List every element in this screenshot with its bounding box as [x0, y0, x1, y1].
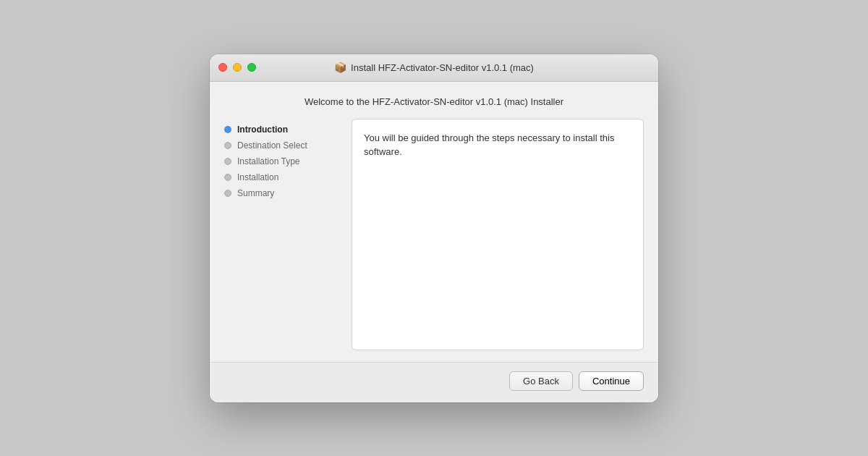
window-title-text: Install HFZ-Activator-SN-editor v1.0.1 (…: [351, 62, 534, 73]
window-content: Welcome to the HFZ-Activator-SN-editor v…: [210, 82, 658, 362]
sidebar-label-destination: Destination Select: [237, 140, 307, 151]
sidebar-label-summary: Summary: [237, 188, 274, 198]
window-title: 📦 Install HFZ-Activator-SN-editor v1.0.1…: [334, 62, 534, 73]
sidebar-item-introduction[interactable]: Introduction: [224, 122, 340, 138]
minimize-button[interactable]: [233, 63, 242, 72]
go-back-button[interactable]: Go Back: [509, 371, 573, 391]
welcome-header: Welcome to the HFZ-Activator-SN-editor v…: [210, 82, 658, 119]
content-text: You will be guided through the steps nec…: [364, 132, 614, 158]
traffic-lights: [218, 63, 256, 72]
sidebar-item-summary[interactable]: Summary: [224, 185, 340, 201]
sidebar-item-installation[interactable]: Installation: [224, 169, 340, 185]
sidebar-item-destination[interactable]: Destination Select: [224, 138, 340, 153]
sidebar: Introduction Destination Select Installa…: [224, 119, 340, 350]
continue-button[interactable]: Continue: [579, 371, 644, 391]
installer-window: 📦 Install HFZ-Activator-SN-editor v1.0.1…: [210, 54, 658, 402]
maximize-button[interactable]: [247, 63, 256, 72]
sidebar-dot-introduction: [224, 126, 231, 133]
sidebar-label-installation: Installation: [237, 172, 278, 182]
sidebar-item-installation-type[interactable]: Installation Type: [224, 153, 340, 169]
main-area: Introduction Destination Select Installa…: [210, 119, 658, 362]
sidebar-dot-destination: [224, 142, 231, 149]
footer: Go Back Continue: [210, 362, 658, 402]
welcome-text: Welcome to the HFZ-Activator-SN-editor v…: [305, 96, 563, 107]
window-icon: 📦: [334, 62, 346, 73]
sidebar-dot-installation: [224, 174, 231, 181]
content-panel: You will be guided through the steps nec…: [352, 119, 644, 350]
sidebar-label-introduction: Introduction: [237, 124, 288, 135]
sidebar-label-installation-type: Installation Type: [237, 156, 300, 166]
close-button[interactable]: [218, 63, 227, 72]
sidebar-dot-installation-type: [224, 158, 231, 165]
sidebar-dot-summary: [224, 190, 231, 197]
titlebar: 📦 Install HFZ-Activator-SN-editor v1.0.1…: [210, 54, 658, 82]
